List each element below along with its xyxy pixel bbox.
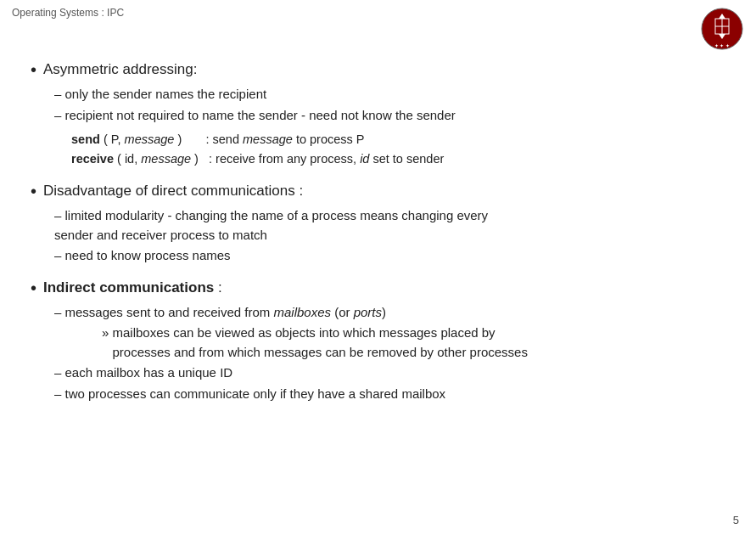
slide-content: • Asymmetric addressing: – only the send…: [0, 51, 756, 424]
disadvantage-sub-1: – limited modularity - changing the name…: [54, 206, 715, 245]
indirect-sub-1: – messages sent to and received from mai…: [54, 303, 715, 323]
receive-desc: : receive from any process, id set to se…: [209, 152, 444, 166]
university-logo: ✦ ✦ ✦: [700, 7, 744, 51]
indirect-subsub: » mailboxes can be viewed as objects int…: [102, 324, 715, 362]
slide-title: Operating Systems : IPC: [12, 7, 124, 19]
asymmetric-title: Asymmetric addressing:: [43, 59, 197, 80]
receive-params: ( id, message ): [117, 152, 205, 166]
bullet-disadvantage: • Disadvantage of direct communications …: [31, 181, 715, 201]
bullet-indirect: • Indirect communications :: [31, 278, 715, 298]
code-row-send: send ( P, message ) : send message to pr…: [71, 130, 715, 149]
section-asymmetric: • Asymmetric addressing: – only the send…: [31, 59, 715, 169]
send-desc: : send message to process P: [206, 132, 365, 146]
receive-keyword: receive: [71, 152, 114, 166]
bullet-dot-3: •: [31, 278, 36, 298]
disadvantage-sub-2: – need to know process names: [54, 246, 715, 266]
bullet-dot-1: •: [31, 59, 36, 80]
indirect-sub-2: – each mailbox has a unique ID: [54, 363, 715, 383]
asymmetric-sub-2: – recipient not required to name the sen…: [54, 106, 715, 126]
section-disadvantage: • Disadvantage of direct communications …: [31, 181, 715, 266]
code-row-receive: receive ( id, message ) : receive from a…: [71, 149, 715, 169]
indirect-subsub-1: » mailboxes can be viewed as objects int…: [102, 324, 715, 362]
page-number: 5: [733, 514, 739, 527]
asymmetric-subitems: – only the sender names the recipient – …: [54, 85, 715, 125]
disadvantage-title: Disadvantage of direct communications :: [43, 181, 303, 201]
indirect-subitems: – messages sent to and received from mai…: [54, 303, 715, 404]
disadvantage-subitems: – limited modularity - changing the name…: [54, 206, 715, 266]
bullet-dot-2: •: [31, 181, 36, 201]
asymmetric-sub-1: – only the sender names the recipient: [54, 85, 715, 104]
bullet-asymmetric: • Asymmetric addressing:: [31, 59, 715, 80]
indirect-sub-3: – two processes can communicate only if …: [54, 385, 715, 404]
indirect-title: Indirect communications :: [43, 278, 222, 298]
svg-text:✦ ✦ ✦: ✦ ✦ ✦: [714, 43, 730, 48]
send-params: ( P, message ): [104, 132, 203, 146]
send-keyword: send: [71, 132, 100, 146]
section-indirect: • Indirect communications : – messages s…: [31, 278, 715, 404]
asymmetric-code: send ( P, message ) : send message to pr…: [71, 130, 715, 169]
slide-header: Operating Systems : IPC ✦ ✦ ✦: [0, 0, 756, 51]
